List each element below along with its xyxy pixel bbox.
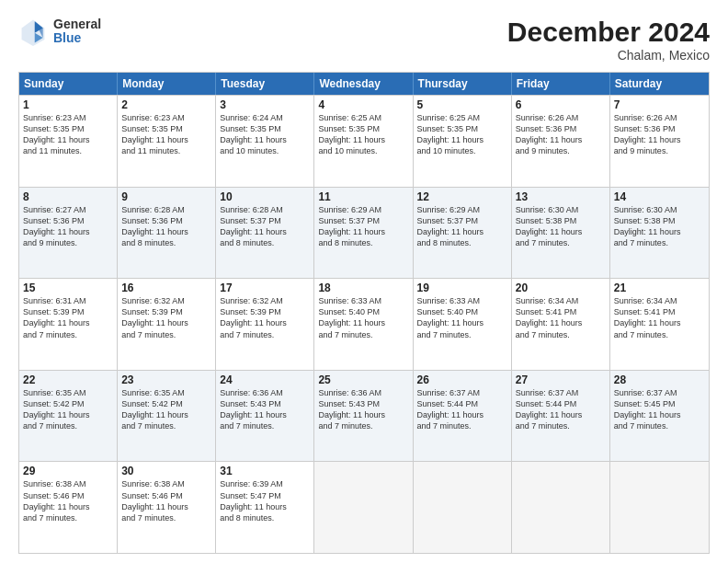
logo-general-text: General (53, 17, 101, 31)
day-number: 30 (121, 465, 211, 477)
cell-text: Sunrise: 6:26 AMSunset: 5:36 PMDaylight:… (614, 112, 705, 157)
title-block: December 2024 Chalam, Mexico (507, 17, 710, 63)
cell-text: Sunrise: 6:28 AMSunset: 5:36 PMDaylight:… (121, 204, 211, 249)
calendar-cell: 13Sunrise: 6:30 AMSunset: 5:38 PMDayligh… (512, 188, 610, 279)
day-number: 27 (516, 373, 606, 386)
header: General Blue December 2024 Chalam, Mexic… (18, 17, 710, 63)
calendar-cell: 20Sunrise: 6:34 AMSunset: 5:41 PMDayligh… (512, 279, 610, 370)
day-number: 8 (23, 190, 113, 203)
calendar-row: 29Sunrise: 6:38 AMSunset: 5:46 PMDayligh… (19, 461, 709, 553)
calendar-header-row: SundayMondayTuesdayWednesdayThursdayFrid… (19, 73, 709, 95)
logo: General Blue (18, 17, 101, 46)
cell-text: Sunrise: 6:36 AMSunset: 5:43 PMDaylight:… (220, 387, 310, 432)
calendar-cell: 9Sunrise: 6:28 AMSunset: 5:36 PMDaylight… (118, 188, 216, 279)
cell-text: Sunrise: 6:25 AMSunset: 5:35 PMDaylight:… (318, 112, 408, 157)
calendar-header-cell: Thursday (414, 73, 512, 95)
day-number: 23 (121, 373, 211, 386)
cell-text: Sunrise: 6:38 AMSunset: 5:46 PMDaylight:… (23, 478, 113, 523)
cell-text: Sunrise: 6:24 AMSunset: 5:35 PMDaylight:… (220, 112, 310, 157)
day-number: 12 (417, 190, 507, 203)
day-number: 19 (417, 282, 507, 294)
calendar-cell: 26Sunrise: 6:37 AMSunset: 5:44 PMDayligh… (414, 371, 512, 462)
cell-text: Sunrise: 6:33 AMSunset: 5:40 PMDaylight:… (417, 295, 507, 340)
cell-text: Sunrise: 6:23 AMSunset: 5:35 PMDaylight:… (121, 112, 211, 157)
day-number: 20 (516, 282, 606, 294)
calendar-cell: 14Sunrise: 6:30 AMSunset: 5:38 PMDayligh… (610, 188, 709, 279)
calendar-cell: 6Sunrise: 6:26 AMSunset: 5:36 PMDaylight… (512, 96, 610, 187)
calendar-cell: 8Sunrise: 6:27 AMSunset: 5:36 PMDaylight… (19, 188, 118, 279)
cell-text: Sunrise: 6:34 AMSunset: 5:41 PMDaylight:… (614, 295, 705, 340)
calendar-row: 15Sunrise: 6:31 AMSunset: 5:39 PMDayligh… (19, 278, 709, 370)
day-number: 26 (417, 373, 507, 386)
calendar-cell: 24Sunrise: 6:36 AMSunset: 5:43 PMDayligh… (216, 371, 314, 462)
calendar-cell: 30Sunrise: 6:38 AMSunset: 5:46 PMDayligh… (118, 462, 216, 553)
cell-text: Sunrise: 6:35 AMSunset: 5:42 PMDaylight:… (23, 387, 113, 432)
calendar-header-cell: Sunday (19, 73, 118, 95)
calendar-row: 8Sunrise: 6:27 AMSunset: 5:36 PMDaylight… (19, 187, 709, 279)
cell-text: Sunrise: 6:32 AMSunset: 5:39 PMDaylight:… (121, 295, 211, 340)
calendar-cell: 25Sunrise: 6:36 AMSunset: 5:43 PMDayligh… (314, 371, 413, 462)
calendar-cell: 15Sunrise: 6:31 AMSunset: 5:39 PMDayligh… (19, 279, 118, 370)
calendar-cell (314, 462, 413, 553)
day-number: 7 (614, 98, 705, 111)
cell-text: Sunrise: 6:37 AMSunset: 5:45 PMDaylight:… (614, 387, 705, 432)
calendar-cell: 7Sunrise: 6:26 AMSunset: 5:36 PMDaylight… (610, 96, 709, 187)
day-number: 25 (318, 373, 408, 386)
calendar-cell: 10Sunrise: 6:28 AMSunset: 5:37 PMDayligh… (216, 188, 314, 279)
calendar-cell: 29Sunrise: 6:38 AMSunset: 5:46 PMDayligh… (19, 462, 118, 553)
calendar-header-cell: Monday (118, 73, 216, 95)
cell-text: Sunrise: 6:35 AMSunset: 5:42 PMDaylight:… (121, 387, 211, 432)
calendar-cell: 11Sunrise: 6:29 AMSunset: 5:37 PMDayligh… (314, 188, 413, 279)
day-number: 3 (220, 98, 310, 111)
cell-text: Sunrise: 6:28 AMSunset: 5:37 PMDaylight:… (220, 204, 310, 249)
calendar-cell: 16Sunrise: 6:32 AMSunset: 5:39 PMDayligh… (118, 279, 216, 370)
calendar-row: 1Sunrise: 6:23 AMSunset: 5:35 PMDaylight… (19, 95, 709, 187)
day-number: 21 (614, 282, 705, 294)
calendar-cell: 28Sunrise: 6:37 AMSunset: 5:45 PMDayligh… (610, 371, 709, 462)
calendar-header-cell: Friday (512, 73, 610, 95)
calendar-cell: 17Sunrise: 6:32 AMSunset: 5:39 PMDayligh… (216, 279, 314, 370)
day-number: 22 (23, 373, 113, 386)
calendar-header-cell: Saturday (610, 73, 709, 95)
calendar-header-cell: Tuesday (216, 73, 314, 95)
cell-text: Sunrise: 6:32 AMSunset: 5:39 PMDaylight:… (220, 295, 310, 340)
calendar-cell: 4Sunrise: 6:25 AMSunset: 5:35 PMDaylight… (314, 96, 413, 187)
cell-text: Sunrise: 6:23 AMSunset: 5:35 PMDaylight:… (23, 112, 113, 157)
calendar-cell (610, 462, 709, 553)
calendar-cell (512, 462, 610, 553)
calendar-header-cell: Wednesday (314, 73, 413, 95)
cell-text: Sunrise: 6:39 AMSunset: 5:47 PMDaylight:… (220, 478, 310, 523)
day-number: 6 (516, 98, 606, 111)
day-number: 28 (614, 373, 705, 386)
logo-text: General Blue (53, 17, 101, 46)
calendar-cell: 2Sunrise: 6:23 AMSunset: 5:35 PMDaylight… (118, 96, 216, 187)
day-number: 5 (417, 98, 507, 111)
cell-text: Sunrise: 6:30 AMSunset: 5:38 PMDaylight:… (516, 204, 606, 249)
logo-blue-text: Blue (53, 31, 101, 45)
day-number: 29 (23, 465, 113, 477)
day-number: 18 (318, 282, 408, 294)
cell-text: Sunrise: 6:36 AMSunset: 5:43 PMDaylight:… (318, 387, 408, 432)
day-number: 17 (220, 282, 310, 294)
cell-text: Sunrise: 6:31 AMSunset: 5:39 PMDaylight:… (23, 295, 113, 340)
calendar-cell: 21Sunrise: 6:34 AMSunset: 5:41 PMDayligh… (610, 279, 709, 370)
calendar-cell: 18Sunrise: 6:33 AMSunset: 5:40 PMDayligh… (314, 279, 413, 370)
day-number: 31 (220, 465, 310, 477)
day-number: 4 (318, 98, 408, 111)
calendar-cell: 22Sunrise: 6:35 AMSunset: 5:42 PMDayligh… (19, 371, 118, 462)
day-number: 16 (121, 282, 211, 294)
calendar-cell: 12Sunrise: 6:29 AMSunset: 5:37 PMDayligh… (414, 188, 512, 279)
day-number: 2 (121, 98, 211, 111)
day-number: 13 (516, 190, 606, 203)
cell-text: Sunrise: 6:26 AMSunset: 5:36 PMDaylight:… (516, 112, 606, 157)
page: General Blue December 2024 Chalam, Mexic… (0, 0, 728, 563)
calendar: SundayMondayTuesdayWednesdayThursdayFrid… (18, 72, 710, 554)
cell-text: Sunrise: 6:30 AMSunset: 5:38 PMDaylight:… (614, 204, 705, 249)
cell-text: Sunrise: 6:29 AMSunset: 5:37 PMDaylight:… (318, 204, 408, 249)
day-number: 1 (23, 98, 113, 111)
month-title: December 2024 (507, 17, 710, 48)
logo-icon (18, 17, 48, 46)
location: Chalam, Mexico (507, 48, 710, 63)
calendar-cell: 31Sunrise: 6:39 AMSunset: 5:47 PMDayligh… (216, 462, 314, 553)
day-number: 24 (220, 373, 310, 386)
